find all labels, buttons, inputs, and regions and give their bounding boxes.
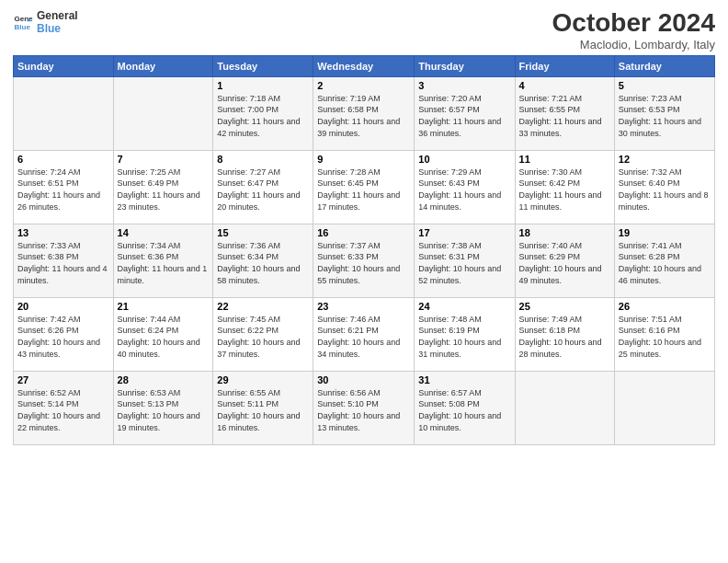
day-info: Sunrise: 7:24 AMSunset: 6:51 PMDaylight:… bbox=[17, 167, 109, 213]
day-info: Sunrise: 7:18 AMSunset: 7:00 PMDaylight:… bbox=[217, 93, 309, 139]
day-number: 19 bbox=[619, 227, 711, 238]
day-number: 12 bbox=[619, 154, 711, 165]
cell-w4-d2: 21Sunrise: 7:44 AMSunset: 6:24 PMDayligh… bbox=[113, 297, 213, 371]
col-friday: Friday bbox=[515, 55, 614, 76]
cell-w1-d1 bbox=[14, 76, 114, 150]
calendar-container: General Blue General Blue October 2024 M… bbox=[0, 0, 728, 453]
day-info: Sunrise: 7:36 AMSunset: 6:34 PMDaylight:… bbox=[217, 240, 309, 286]
day-info: Sunrise: 6:56 AMSunset: 5:10 PMDaylight:… bbox=[317, 387, 410, 433]
day-info: Sunrise: 6:52 AMSunset: 5:14 PMDaylight:… bbox=[17, 387, 109, 433]
day-info: Sunrise: 7:21 AMSunset: 6:55 PMDaylight:… bbox=[519, 93, 610, 139]
cell-w2-d1: 6Sunrise: 7:24 AMSunset: 6:51 PMDaylight… bbox=[14, 150, 114, 224]
week-row-4: 20Sunrise: 7:42 AMSunset: 6:26 PMDayligh… bbox=[14, 297, 715, 371]
logo-text-blue: Blue bbox=[37, 22, 78, 35]
day-number: 27 bbox=[17, 374, 109, 385]
day-number: 17 bbox=[418, 227, 510, 238]
logo-text-general: General bbox=[37, 9, 78, 22]
cell-w5-d3: 29Sunrise: 6:55 AMSunset: 5:11 PMDayligh… bbox=[213, 371, 313, 444]
svg-text:Blue: Blue bbox=[14, 23, 30, 31]
cell-w2-d3: 8Sunrise: 7:27 AMSunset: 6:47 PMDaylight… bbox=[213, 150, 313, 224]
cell-w3-d1: 13Sunrise: 7:33 AMSunset: 6:38 PMDayligh… bbox=[14, 224, 114, 297]
logo: General Blue General Blue bbox=[13, 9, 78, 36]
cell-w5-d2: 28Sunrise: 6:53 AMSunset: 5:13 PMDayligh… bbox=[113, 371, 213, 444]
cell-w4-d7: 26Sunrise: 7:51 AMSunset: 6:16 PMDayligh… bbox=[614, 297, 714, 371]
day-info: Sunrise: 7:37 AMSunset: 6:33 PMDaylight:… bbox=[317, 240, 410, 286]
cell-w3-d3: 15Sunrise: 7:36 AMSunset: 6:34 PMDayligh… bbox=[213, 224, 313, 297]
col-saturday: Saturday bbox=[614, 55, 714, 76]
day-info: Sunrise: 7:41 AMSunset: 6:28 PMDaylight:… bbox=[619, 240, 711, 286]
day-number: 21 bbox=[118, 301, 210, 312]
day-info: Sunrise: 7:38 AMSunset: 6:31 PMDaylight:… bbox=[418, 240, 510, 286]
day-number: 22 bbox=[217, 301, 309, 312]
cell-w2-d4: 9Sunrise: 7:28 AMSunset: 6:45 PMDaylight… bbox=[313, 150, 415, 224]
day-number: 14 bbox=[118, 227, 210, 238]
calendar-table: Sunday Monday Tuesday Wednesday Thursday… bbox=[13, 55, 715, 445]
header-row-days: Sunday Monday Tuesday Wednesday Thursday… bbox=[14, 55, 715, 76]
week-row-5: 27Sunrise: 6:52 AMSunset: 5:14 PMDayligh… bbox=[14, 371, 715, 444]
cell-w2-d6: 11Sunrise: 7:30 AMSunset: 6:42 PMDayligh… bbox=[515, 150, 614, 224]
cell-w5-d7 bbox=[614, 371, 714, 444]
day-number: 23 bbox=[317, 301, 410, 312]
day-number: 5 bbox=[619, 80, 711, 91]
day-number: 11 bbox=[519, 154, 610, 165]
cell-w3-d6: 18Sunrise: 7:40 AMSunset: 6:29 PMDayligh… bbox=[515, 224, 614, 297]
svg-text:General: General bbox=[14, 16, 33, 24]
cell-w3-d5: 17Sunrise: 7:38 AMSunset: 6:31 PMDayligh… bbox=[415, 224, 515, 297]
day-info: Sunrise: 7:20 AMSunset: 6:57 PMDaylight:… bbox=[418, 93, 510, 139]
day-info: Sunrise: 6:53 AMSunset: 5:13 PMDaylight:… bbox=[118, 387, 210, 433]
day-info: Sunrise: 7:23 AMSunset: 6:53 PMDaylight:… bbox=[619, 93, 711, 139]
cell-w2-d5: 10Sunrise: 7:29 AMSunset: 6:43 PMDayligh… bbox=[415, 150, 515, 224]
day-info: Sunrise: 7:46 AMSunset: 6:21 PMDaylight:… bbox=[317, 314, 410, 360]
day-info: Sunrise: 7:27 AMSunset: 6:47 PMDaylight:… bbox=[217, 167, 309, 213]
day-info: Sunrise: 7:30 AMSunset: 6:42 PMDaylight:… bbox=[519, 167, 610, 213]
day-number: 10 bbox=[418, 154, 510, 165]
title-block: October 2024 Maclodio, Lombardy, Italy bbox=[552, 9, 715, 52]
day-number: 18 bbox=[519, 227, 610, 238]
day-number: 28 bbox=[118, 374, 210, 385]
day-info: Sunrise: 7:45 AMSunset: 6:22 PMDaylight:… bbox=[217, 314, 309, 360]
day-info: Sunrise: 7:48 AMSunset: 6:19 PMDaylight:… bbox=[418, 314, 510, 360]
col-sunday: Sunday bbox=[14, 55, 114, 76]
day-info: Sunrise: 7:33 AMSunset: 6:38 PMDaylight:… bbox=[17, 240, 109, 286]
location-subtitle: Maclodio, Lombardy, Italy bbox=[552, 38, 715, 52]
day-number: 29 bbox=[217, 374, 309, 385]
cell-w1-d5: 3Sunrise: 7:20 AMSunset: 6:57 PMDaylight… bbox=[415, 76, 515, 150]
day-info: Sunrise: 7:25 AMSunset: 6:49 PMDaylight:… bbox=[118, 167, 210, 213]
week-row-1: 1Sunrise: 7:18 AMSunset: 7:00 PMDaylight… bbox=[14, 76, 715, 150]
day-number: 1 bbox=[217, 80, 309, 91]
cell-w2-d2: 7Sunrise: 7:25 AMSunset: 6:49 PMDaylight… bbox=[113, 150, 213, 224]
cell-w1-d4: 2Sunrise: 7:19 AMSunset: 6:58 PMDaylight… bbox=[313, 76, 415, 150]
day-number: 16 bbox=[317, 227, 410, 238]
col-thursday: Thursday bbox=[415, 55, 515, 76]
day-number: 2 bbox=[317, 80, 410, 91]
day-info: Sunrise: 7:49 AMSunset: 6:18 PMDaylight:… bbox=[519, 314, 610, 360]
cell-w4-d1: 20Sunrise: 7:42 AMSunset: 6:26 PMDayligh… bbox=[14, 297, 114, 371]
header-row: General Blue General Blue October 2024 M… bbox=[13, 9, 715, 52]
day-info: Sunrise: 7:29 AMSunset: 6:43 PMDaylight:… bbox=[418, 167, 510, 213]
day-number: 24 bbox=[418, 301, 510, 312]
day-number: 9 bbox=[317, 154, 410, 165]
month-title: October 2024 bbox=[552, 9, 715, 38]
logo-icon: General Blue bbox=[13, 12, 33, 32]
cell-w5-d4: 30Sunrise: 6:56 AMSunset: 5:10 PMDayligh… bbox=[313, 371, 415, 444]
day-number: 30 bbox=[317, 374, 410, 385]
col-tuesday: Tuesday bbox=[213, 55, 313, 76]
day-info: Sunrise: 7:42 AMSunset: 6:26 PMDaylight:… bbox=[17, 314, 109, 360]
day-number: 8 bbox=[217, 154, 309, 165]
cell-w1-d7: 5Sunrise: 7:23 AMSunset: 6:53 PMDaylight… bbox=[614, 76, 714, 150]
day-number: 26 bbox=[619, 301, 711, 312]
cell-w4-d6: 25Sunrise: 7:49 AMSunset: 6:18 PMDayligh… bbox=[515, 297, 614, 371]
cell-w5-d6 bbox=[515, 371, 614, 444]
day-info: Sunrise: 7:34 AMSunset: 6:36 PMDaylight:… bbox=[118, 240, 210, 286]
day-info: Sunrise: 7:19 AMSunset: 6:58 PMDaylight:… bbox=[317, 93, 410, 139]
cell-w1-d6: 4Sunrise: 7:21 AMSunset: 6:55 PMDaylight… bbox=[515, 76, 614, 150]
cell-w4-d4: 23Sunrise: 7:46 AMSunset: 6:21 PMDayligh… bbox=[313, 297, 415, 371]
week-row-3: 13Sunrise: 7:33 AMSunset: 6:38 PMDayligh… bbox=[14, 224, 715, 297]
day-number: 13 bbox=[17, 227, 109, 238]
day-info: Sunrise: 7:51 AMSunset: 6:16 PMDaylight:… bbox=[619, 314, 711, 360]
cell-w1-d2 bbox=[113, 76, 213, 150]
day-number: 7 bbox=[118, 154, 210, 165]
day-info: Sunrise: 7:44 AMSunset: 6:24 PMDaylight:… bbox=[118, 314, 210, 360]
day-number: 20 bbox=[17, 301, 109, 312]
day-number: 25 bbox=[519, 301, 610, 312]
